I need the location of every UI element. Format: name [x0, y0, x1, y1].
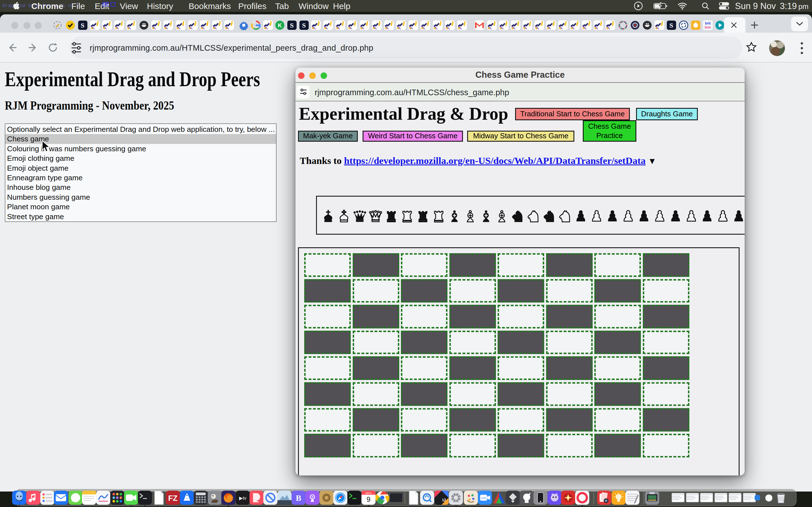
svg-text:S: S [290, 22, 294, 29]
svg-text:9: 9 [366, 496, 370, 503]
svg-text:S: S [81, 22, 84, 29]
svg-text:S: S [302, 22, 306, 29]
svg-text:▶tv: ▶tv [239, 496, 246, 501]
svg-text:box: box [705, 25, 711, 29]
svg-text:IJ: IJ [442, 498, 446, 502]
svg-text:NOV: NOV [366, 492, 371, 495]
svg-text:K: K [278, 22, 282, 29]
svg-text:S: S [669, 22, 673, 29]
svg-text:FZ: FZ [168, 494, 177, 503]
svg-text:zoom: zoom [481, 497, 487, 499]
svg-text:B: B [296, 494, 301, 503]
svg-text:brit: brit [705, 21, 710, 25]
